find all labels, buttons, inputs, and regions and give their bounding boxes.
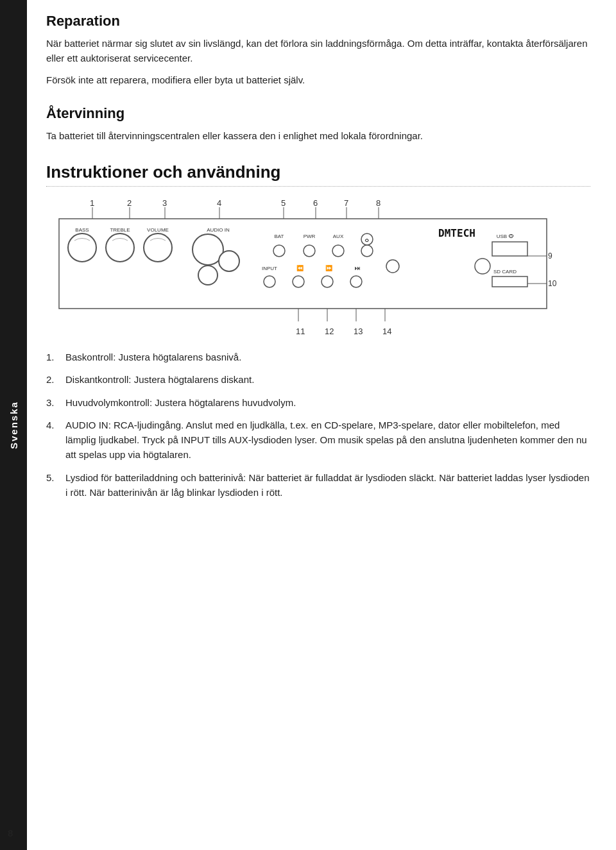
list-item-1: 1. Baskontroll: Justera högtalarens basn… — [46, 350, 590, 364]
svg-point-24 — [273, 245, 285, 257]
svg-point-31 — [264, 276, 275, 287]
svg-point-33 — [321, 276, 333, 287]
brand-text: DMTECH — [438, 227, 475, 239]
audio-in-label: AUDIO IN — [207, 227, 230, 233]
list-text-2: Diskantkontroll: Justera högtalarens dis… — [65, 372, 590, 387]
svg-point-35 — [386, 260, 399, 273]
svg-text:⏩: ⏩ — [325, 264, 333, 272]
main-content: Reparation När batteriet närmar sig slut… — [27, 0, 616, 850]
list-text-4: AUDIO IN: RCA-ljudingång. Anslut med en … — [65, 418, 590, 463]
reparation-title: Reparation — [46, 13, 590, 30]
recycling-section: Återvinning Ta batteriet till återvinnin… — [46, 105, 590, 143]
svg-text:⭘: ⭘ — [364, 237, 370, 244]
recycling-title: Återvinning — [46, 105, 590, 122]
list-num-1: 1. — [46, 350, 65, 364]
list-num-4: 4. — [46, 418, 65, 463]
sidebar: Svenska — [0, 0, 27, 850]
treble-label: TREBLE — [110, 227, 130, 233]
svg-text:⏭: ⏭ — [355, 265, 361, 271]
svg-rect-38 — [492, 276, 527, 287]
list-item-4: 4. AUDIO IN: RCA-ljudingång. Anslut med … — [46, 418, 590, 463]
svg-text:3: 3 — [162, 200, 167, 208]
page-wrapper: Svenska Reparation När batteriet närmar … — [0, 0, 616, 850]
bass-label: BASS — [75, 227, 89, 233]
instructions-title: Instruktioner och användning — [46, 162, 590, 187]
recycling-para: Ta batteriet till återvinningscentralen … — [46, 128, 590, 143]
list-item-2: 2. Diskantkontroll: Justera högtalarens … — [46, 372, 590, 387]
svg-text:11: 11 — [296, 327, 305, 336]
svg-point-18 — [106, 234, 134, 262]
list-text-5: Lysdiod för batteriladdning och batterin… — [65, 470, 590, 500]
svg-text:8: 8 — [376, 200, 381, 208]
volume-label: VOLUME — [147, 227, 169, 233]
svg-text:7: 7 — [344, 200, 348, 208]
side-num-9: 9 — [548, 251, 552, 260]
svg-text:12: 12 — [325, 327, 334, 336]
list-text-1: Baskontroll: Justera högtalarens basnivå… — [65, 350, 590, 364]
sd-card-label: SD CARD — [493, 269, 517, 275]
svg-text:4: 4 — [217, 200, 221, 208]
svg-point-19 — [144, 234, 172, 262]
device-diagram-container: 1 2 3 4 5 6 7 — [46, 200, 590, 341]
usb-label: USB ⭙ — [497, 234, 514, 239]
svg-text:13: 13 — [354, 327, 363, 336]
list-num-2: 2. — [46, 372, 65, 387]
svg-point-25 — [304, 245, 315, 257]
reparation-para1: När batteriet närmar sig slutet av sin l… — [46, 36, 590, 66]
sidebar-label: Svenska — [8, 401, 19, 449]
svg-point-32 — [293, 276, 304, 287]
svg-point-21 — [198, 266, 218, 285]
aux-label: AUX — [333, 234, 344, 239]
svg-text:2: 2 — [127, 200, 132, 208]
svg-text:6: 6 — [313, 200, 318, 208]
svg-rect-37 — [492, 242, 527, 256]
input-label: INPUT — [262, 266, 277, 271]
list-num-5: 5. — [46, 470, 65, 500]
list-item-3: 3. Huvudvolymkontroll: Justera högtalare… — [46, 395, 590, 410]
svg-point-26 — [332, 245, 344, 257]
instructions-list: 1. Baskontroll: Justera högtalarens basn… — [46, 350, 590, 500]
list-item-5: 5. Lysdiod för batteriladdning och batte… — [46, 470, 590, 500]
svg-text:⏪: ⏪ — [296, 264, 304, 272]
svg-point-22 — [219, 251, 239, 271]
list-text-3: Huvudvolymkontroll: Justera högtalarens … — [65, 395, 590, 410]
reparation-para2: Försök inte att reparera, modifiera elle… — [46, 72, 590, 87]
svg-text:1: 1 — [90, 200, 94, 208]
list-num-3: 3. — [46, 395, 65, 410]
side-num-10: 10 — [548, 279, 557, 288]
svg-point-36 — [475, 259, 490, 274]
pwr-label: PWR — [304, 234, 316, 239]
bat-label: BAT — [275, 234, 284, 239]
svg-text:5: 5 — [281, 200, 286, 208]
device-diagram: 1 2 3 4 5 6 7 — [46, 200, 572, 341]
svg-text:14: 14 — [382, 327, 391, 336]
page-number: 8 — [8, 828, 13, 838]
svg-point-34 — [350, 276, 362, 287]
svg-point-27 — [361, 245, 373, 257]
svg-point-17 — [68, 234, 96, 262]
